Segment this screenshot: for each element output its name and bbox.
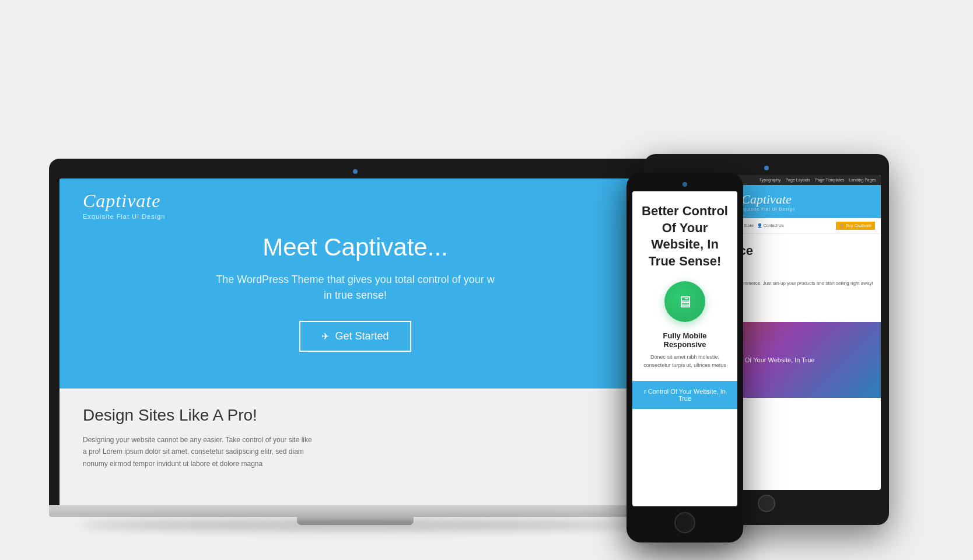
laptop-hero-content: Meet Captivate... The WordPress Theme th…: [83, 220, 628, 377]
laptop-camera: [353, 169, 358, 174]
phone-icon-circle: 🖥: [664, 281, 705, 322]
laptop-screen-outer: Captivate Exquisite Flat UI Design Meet …: [49, 159, 662, 505]
laptop-section-text: Designing your website cannot be any eas…: [83, 434, 316, 470]
phone-device: Better ControlOf YourWebsite, InTrue Sen…: [626, 173, 743, 542]
laptop-content-section: Design Sites Like A Pro! Designing your …: [60, 388, 651, 505]
tablet-nav-contact[interactable]: 👤 Contact Us: [757, 223, 784, 228]
phone-feature-title: Fully Mobile Responsive: [642, 331, 728, 349]
laptop-subheadline: The WordPress Theme that gives you total…: [216, 272, 495, 303]
tablet-nav-page-layouts: Page Layouts: [785, 178, 810, 182]
phone-headline: Better ControlOf YourWebsite, InTrue Sen…: [642, 203, 728, 270]
laptop-section-title: Design Sites Like A Pro!: [83, 406, 628, 425]
laptop-base: [49, 505, 662, 517]
phone-outer: Better ControlOf YourWebsite, InTrue Sen…: [626, 173, 743, 542]
tablet-nav-typography: Typography: [760, 178, 781, 182]
phone-bottom-text: r Control Of Your Website, In True: [642, 388, 728, 402]
tablet-nav-landing-pages: Landing Pages: [849, 178, 876, 182]
phone-screen: Better ControlOf YourWebsite, InTrue Sen…: [632, 191, 737, 506]
laptop-screen: Captivate Exquisite Flat UI Design Meet …: [60, 178, 651, 505]
phone-hero-section: Better ControlOf YourWebsite, InTrue Sen…: [632, 191, 737, 381]
laptop-cta-label: Get Started: [335, 330, 388, 342]
tablet-home-button[interactable]: [758, 495, 775, 512]
phone-feature-text: Donec sit amet nibh molestie, consectetu…: [642, 354, 728, 369]
send-icon: ✈: [321, 331, 329, 342]
phone-camera: [682, 182, 687, 187]
tablet-camera: [764, 166, 769, 170]
responsive-icon: 🖥: [677, 292, 693, 312]
laptop-hero: Captivate Exquisite Flat UI Design Meet …: [60, 178, 651, 388]
laptop-headline: Meet Captivate...: [262, 233, 447, 261]
phone-bottom-strip: r Control Of Your Website, In True: [632, 381, 737, 409]
laptop-cta-button[interactable]: ✈ Get Started: [299, 321, 411, 352]
scene: Captivate Exquisite Flat UI Design Meet …: [49, 18, 924, 542]
laptop-logo: Captivate: [83, 190, 628, 212]
laptop-logo-area: Captivate Exquisite Flat UI Design: [83, 190, 628, 220]
tablet-nav-buy-button[interactable]: 🛒 Buy Captivate: [836, 222, 875, 230]
laptop-tagline: Exquisite Flat UI Design: [83, 213, 628, 220]
laptop-device: Captivate Exquisite Flat UI Design Meet …: [49, 159, 662, 525]
phone-home-button[interactable]: [674, 512, 695, 533]
tablet-nav-page-templates: Page Templates: [815, 178, 844, 182]
